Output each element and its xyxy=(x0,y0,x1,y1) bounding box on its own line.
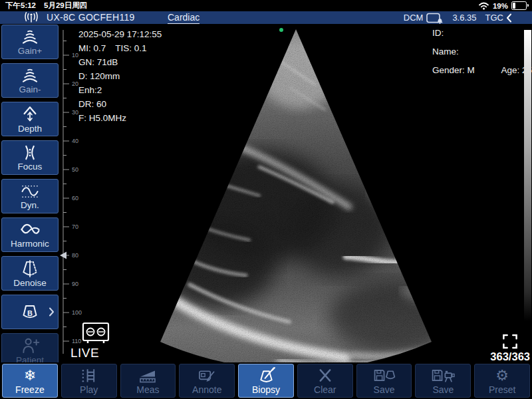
b-mode-chevron-right-icon xyxy=(49,307,55,317)
status-time: 下午5:12 xyxy=(5,1,36,11)
status-right: 19% xyxy=(478,1,527,10)
depth-icon xyxy=(21,104,39,123)
freeze-button[interactable]: ❄ Freeze xyxy=(2,364,58,398)
svg-text:80: 80 xyxy=(72,252,78,259)
svg-text:20: 20 xyxy=(72,80,78,87)
ios-status-bar: 下午5:12 5月29日周四 19% xyxy=(0,0,532,11)
harmonic-icon xyxy=(19,221,41,238)
save-image-icon xyxy=(372,367,397,384)
cine-cassette-icon[interactable] xyxy=(82,319,110,346)
battery-percent: 19% xyxy=(493,2,508,10)
probe-antenna-icon xyxy=(24,12,39,23)
patient-name: Name: xyxy=(432,47,532,57)
gain-minus-button[interactable]: Gain- xyxy=(1,63,59,98)
svg-text:90: 90 xyxy=(72,281,78,287)
enhance-value: Enh:2 xyxy=(78,83,162,97)
play-button[interactable]: Play xyxy=(61,364,117,398)
svg-text:10: 10 xyxy=(72,52,78,59)
biopsy-label: Biopsy xyxy=(252,385,280,394)
ultrasound-display-area: 102030405060708090100110 2025-05-29 17:1… xyxy=(60,24,532,362)
annotate-button[interactable]: Annote xyxy=(179,364,235,398)
tgc-label[interactable]: TGC xyxy=(485,13,503,23)
status-left: 下午5:12 5月29日周四 xyxy=(5,1,87,11)
live-label: LIVE xyxy=(70,346,110,359)
gain-plus-label: Gain+ xyxy=(18,47,42,56)
gain-value: GN: 71dB xyxy=(78,55,162,69)
gain-plus-button[interactable]: Gain+ xyxy=(1,25,59,59)
battery-icon xyxy=(511,1,527,10)
tgc-chevron-left-icon[interactable] xyxy=(505,13,512,23)
depth-label: Depth xyxy=(18,124,42,134)
mi-tis-line: MI: 0.7TIS: 0.1 xyxy=(78,41,162,55)
focus-icon xyxy=(20,144,40,161)
denoise-icon xyxy=(19,259,41,277)
denoise-label: Denoise xyxy=(13,279,47,288)
measure-button[interactable]: Meas xyxy=(120,364,176,398)
play-label: Play xyxy=(80,385,98,394)
annotate-icon-wrap xyxy=(197,367,217,384)
acquisition-info: 2025-05-29 17:12:55 MI: 0.7TIS: 0.1 GN: … xyxy=(78,27,162,125)
clear-icon xyxy=(317,367,334,384)
dynamic-range-button[interactable]: Dyn. xyxy=(1,179,59,213)
svg-text:40: 40 xyxy=(72,138,78,144)
dynamic-range-icon xyxy=(19,183,41,200)
sector-scan xyxy=(140,24,482,362)
gain-minus-label: Gain- xyxy=(19,85,41,94)
play-icon-wrap xyxy=(80,367,98,384)
fullscreen-icon[interactable] xyxy=(501,333,519,350)
frequency-value: F: H5.0MHz xyxy=(78,111,162,125)
focus-label: Focus xyxy=(18,162,43,172)
patient-info: ID: Name: Gender: M Age: 25 xyxy=(432,28,532,84)
focus-button[interactable]: Focus xyxy=(1,140,59,175)
save-video-icon xyxy=(430,367,456,384)
patient-id: ID: xyxy=(432,28,532,38)
status-date: 5月29日周四 xyxy=(44,1,87,11)
freeze-snowflake-icon: ❄ xyxy=(24,367,36,384)
dcm-notification-icon xyxy=(426,12,444,24)
clear-button[interactable]: Clear xyxy=(297,364,353,398)
frame-counter: 363/363 xyxy=(490,351,530,362)
orientation-marker-dot xyxy=(279,28,283,32)
svg-text:60: 60 xyxy=(72,195,78,201)
save-video-icon-wrap xyxy=(430,367,456,384)
patient-icon xyxy=(20,336,40,354)
tis-value: TIS: 0.1 xyxy=(115,43,146,53)
b-mode-letter: B xyxy=(27,309,33,317)
clear-icon-wrap xyxy=(317,367,334,384)
depth-button[interactable]: Depth xyxy=(1,102,59,136)
b-mode-button[interactable]: B xyxy=(1,295,59,329)
app-version: 3.6.35 xyxy=(452,13,476,23)
depth-value: D: 120mm xyxy=(78,69,162,83)
mi-value: MI: 0.7 xyxy=(78,43,106,53)
freeze-label: Freeze xyxy=(15,385,45,394)
patient-gender: Gender: M xyxy=(432,65,475,75)
dynamic-range-label: Dyn. xyxy=(21,201,39,210)
harmonic-button[interactable]: Harmonic xyxy=(1,217,59,252)
svg-text:100: 100 xyxy=(72,309,82,316)
svg-text:50: 50 xyxy=(72,166,78,173)
grayscale-bar xyxy=(524,30,531,321)
acquisition-datetime: 2025-05-29 17:12:55 xyxy=(78,27,162,41)
clear-label: Clear xyxy=(314,385,336,394)
frame-block: 363/363 xyxy=(490,333,530,362)
bottom-toolbar: ❄ Freeze Play Meas Annote Biopsy xyxy=(0,362,532,399)
preset-selector[interactable]: Cardiac xyxy=(168,12,200,24)
app-header: UX-8C GOCFEH119 Cardiac DCM 3.6.35 TGC xyxy=(0,11,532,24)
measure-icon-wrap xyxy=(138,367,158,384)
save-image-button[interactable]: Save xyxy=(356,364,412,398)
dynamic-range-value: DR: 60 xyxy=(78,97,162,111)
preset-label: Preset xyxy=(489,385,515,394)
biopsy-button[interactable]: Biopsy xyxy=(238,364,294,398)
play-cine-icon xyxy=(80,367,98,384)
preset-button[interactable]: ⚙ Preset xyxy=(474,364,530,398)
control-sidebar: Gain+ Gain- Depth Focus xyxy=(0,25,60,368)
denoise-button[interactable]: Denoise xyxy=(1,256,59,291)
save-video-button[interactable]: Save xyxy=(415,364,471,398)
b-mode-icon: B xyxy=(19,303,41,321)
save-image-icon-wrap xyxy=(372,367,397,384)
measure-label: Meas xyxy=(136,385,159,394)
annotate-icon xyxy=(197,367,217,384)
gain-increase-icon xyxy=(20,29,40,45)
svg-text:30: 30 xyxy=(72,109,78,116)
biopsy-icon xyxy=(256,366,276,384)
